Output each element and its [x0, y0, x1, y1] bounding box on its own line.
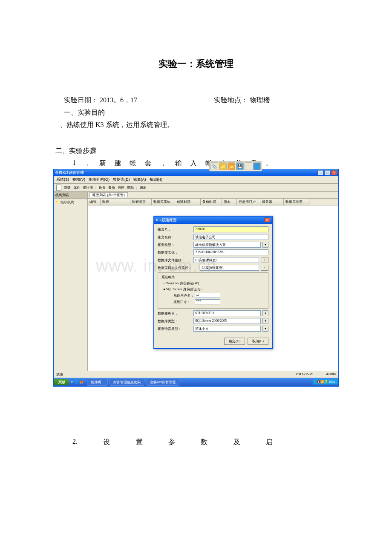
window-title: 金蝶K/3账套管理 [55, 170, 84, 176]
screenshot: 金蝶K/3账套管理 – □ ✕ 系统(S) 视图(V) 组织机构(O) 数据库(… [53, 169, 339, 387]
radio-windows-auth[interactable]: ○ Windows 身份验证(W) [163, 281, 263, 286]
maximize-button[interactable]: □ [324, 170, 330, 175]
acct-name-label: 账套名称： [158, 235, 192, 240]
db-server-label: 数据服务器： [158, 311, 192, 316]
tb-upgrade[interactable]: 帮助 [127, 185, 134, 190]
globe-icon[interactable]: 🌐 [253, 162, 261, 170]
document-meta: 实验日期： 2013。6，17 实验地点： 物理楼 [0, 96, 392, 105]
bullet-1: 、熟练使用 K3 系统，运用系统管理。 [0, 121, 392, 130]
db-type-label: 数据库类型： [158, 319, 192, 324]
tb-refresh[interactable]: 恢复 [99, 185, 106, 190]
grid-col-acct[interactable]: 账套 [101, 199, 130, 205]
new-doc-icon[interactable] [56, 185, 61, 191]
db-path-input[interactable]: E:\实验课账套\ [193, 257, 259, 263]
tb-exit[interactable]: 退出 [140, 185, 147, 190]
sep-icon [245, 162, 252, 170]
log-path-browse-icon[interactable]: > [261, 265, 268, 271]
cancel-button[interactable]: 取消(C) [248, 338, 268, 345]
sidebar: 机构列表 组织机构 [54, 192, 88, 371]
db-type-dropdown-icon[interactable]: ▼ [262, 318, 268, 324]
titlebar: 金蝶K/3账套管理 – □ ✕ [54, 169, 338, 176]
grid-col-dbtype[interactable]: 数据库类型 [284, 199, 309, 205]
menubar: 系统(S) 视图(V) 组织机构(O) 数据库(D) 账套(A) 帮助(H) 📎… [54, 176, 338, 184]
db-server-dropdown-icon[interactable]: ▼ [262, 310, 268, 316]
db-server-select[interactable]: STUDENT031 [193, 310, 261, 316]
menu-account[interactable]: 账套(A) [133, 177, 146, 182]
db-path-browse-icon[interactable]: > [261, 257, 268, 263]
sys-user-label: 系统用户名： [173, 293, 195, 298]
tb-reg[interactable]: 初注册 [83, 185, 93, 190]
tab-account-list[interactable]: 账套列表 (共0个账套) [89, 192, 128, 197]
task-item-2[interactable]: 财务管理信息化实 [110, 379, 144, 386]
menu-help[interactable]: 帮助(H) [150, 177, 163, 182]
sys-user-input[interactable]: sa [195, 293, 220, 298]
acct-no-input[interactable]: 201002 [193, 226, 268, 232]
start-button[interactable]: 开始 [54, 379, 69, 385]
tab-strip: 账套列表 (共0个账套) [88, 192, 338, 199]
db-type-select[interactable]: SQL Server 2000/2005 [193, 318, 261, 324]
dialog-title-icon: K3 [156, 218, 161, 222]
dialog-titlebar: K3 新建账套 ✕ [154, 217, 272, 224]
db-path-label: 数据库文件路径： [158, 258, 192, 263]
status-ready: 就绪 [56, 372, 63, 377]
db-entity-label: 数据库实体： [158, 250, 192, 255]
folder-icon[interactable]: 📁 [219, 162, 227, 170]
sidebar-item-org[interactable]: 组织机构 [54, 199, 87, 206]
acct-type-dropdown-icon[interactable]: ▼ [262, 242, 268, 248]
tb-new[interactable]: 新建 [64, 185, 71, 190]
status-date: 2011-06-29 [296, 372, 313, 377]
grid-col-backup[interactable]: 备份时间 [201, 199, 222, 205]
sys-pwd-label: 系统口令： [173, 300, 195, 304]
tb-backup[interactable]: 备份 [108, 185, 115, 190]
document-title: 实验一：系统管理 [0, 0, 392, 70]
grid-header: 编号 账套 账套类型 数据库实体 创建时间 备份时间 版本 已启用门户 服务器 … [88, 199, 338, 205]
menu-system[interactable]: 系统(S) [56, 177, 69, 182]
toolbar: 新建 属性 初注册 | 恢复 备份 启用 帮助 | 退出 [54, 184, 338, 192]
step-2-line: 2. 设 置 参 数 及 启 [0, 438, 273, 447]
status-user: Admin [326, 372, 336, 377]
grid-col-server[interactable]: 服务器 [260, 199, 284, 205]
section-1-heading: 一、实验目的 [0, 108, 392, 117]
fieldset-legend: 系统帐号 [161, 275, 176, 280]
grid-col-portal[interactable]: 已启用门户 [237, 199, 260, 205]
task-item-1[interactable]: 杨佳明... [87, 379, 108, 386]
ok-button[interactable]: 确定(O) [224, 338, 245, 345]
close-button[interactable]: ✕ [331, 170, 337, 175]
lang-select[interactable]: 简体中文 [193, 326, 261, 332]
acct-type-select[interactable]: 标准供应链解决方案 [193, 242, 261, 248]
menu-db[interactable]: 数据库(D) [113, 177, 130, 182]
tb-user[interactable]: 启用 [118, 185, 124, 190]
grid-col-no[interactable]: 编号 [88, 199, 101, 205]
location-field: 实验地点： 物理楼 [214, 96, 270, 105]
grid-col-type[interactable]: 账套类型 [130, 199, 152, 205]
log-path-label: 数据库日志文件路径： [158, 266, 198, 270]
auth-fieldset: 系统帐号 ○ Windows 身份验证(W) ● SQL Server 身份验证… [158, 272, 268, 309]
minimize-button[interactable]: – [317, 170, 323, 175]
db-entity-input[interactable]: AIS20110629095209 [193, 249, 268, 255]
sidebar-head: 机构列表 [54, 192, 87, 199]
dialog-close-button[interactable]: ✕ [264, 217, 270, 223]
acct-name-input[interactable]: 诚信电子公司 [193, 234, 268, 240]
task-item-3[interactable]: 金蝶K/3账套管理 [146, 379, 179, 386]
taskbar: 开始 C 🌐 🦊 杨佳明... 财务管理信息化实 金蝶K/3账套管理 🔇📶🔋 9… [54, 378, 338, 386]
radio-sql-auth[interactable]: ● SQL Server 身份验证(Q) [163, 287, 263, 292]
sys-pwd-input[interactable]: *** [195, 299, 220, 304]
folder2-icon[interactable]: 📂 [228, 162, 235, 170]
menu-org[interactable]: 组织机构(O) [89, 177, 110, 182]
disk-icon[interactable]: 💾 [236, 162, 244, 170]
dialog-title-text: 新建账套 [161, 218, 177, 222]
ql-icon[interactable]: 📎 [210, 162, 218, 170]
date-field: 实验日期： 2013。6，17 [64, 96, 137, 105]
grid-col-entity[interactable]: 数据库实体 [152, 199, 175, 205]
grid-col-ver[interactable]: 版本 [222, 199, 237, 205]
section-2-heading: 二、实验步骤 [0, 147, 392, 156]
lang-label: 账套语言类型： [158, 327, 192, 331]
grid-col-created[interactable]: 创建时间 [175, 199, 201, 205]
tb-prop[interactable]: 属性 [73, 185, 80, 190]
acct-type-label: 账套类型： [158, 243, 192, 247]
lang-dropdown-icon[interactable]: ▼ [262, 326, 268, 332]
new-account-dialog: K3 新建账套 ✕ 账套号： 201002 账套名称： 诚信电子公司 账套类型：… [153, 216, 273, 349]
menu-view[interactable]: 视图(V) [72, 177, 85, 182]
system-tray[interactable]: 🔇📶🔋 9:53 [313, 379, 338, 384]
log-path-input[interactable]: E:\实验课账套\ [200, 265, 259, 271]
